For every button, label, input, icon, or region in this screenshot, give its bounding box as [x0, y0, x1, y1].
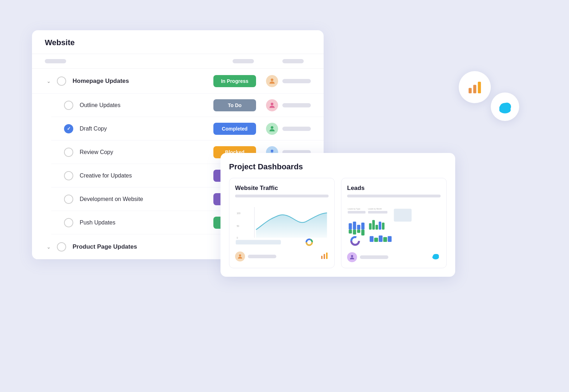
task-checkbox[interactable] — [64, 148, 73, 157]
svg-point-1 — [271, 102, 273, 105]
leads-chart: Leads by Type Leads by Month — [347, 202, 441, 248]
task-name-outline: Outline Updates — [80, 102, 213, 108]
task-name-review: Review Copy — [80, 149, 213, 155]
svg-text:100: 100 — [237, 212, 241, 214]
svg-text:Leads by Month: Leads by Month — [368, 208, 382, 210]
svg-rect-40 — [374, 238, 378, 242]
table-row[interactable]: ⌄ Homepage Updates In Progress — [32, 69, 324, 94]
task-checkbox[interactable] — [57, 76, 66, 86]
avatar — [266, 99, 278, 111]
svg-rect-26 — [353, 222, 356, 230]
dash-footer-bar — [248, 255, 276, 258]
svg-rect-49 — [469, 88, 472, 93]
svg-point-15 — [239, 254, 241, 256]
status-badge-completed[interactable]: Completed — [213, 123, 256, 135]
task-name-push: Push Updates — [80, 219, 213, 226]
dash-card-traffic: Website Traffic — [229, 178, 335, 268]
col-header-1 — [45, 59, 66, 63]
dash-footer-leads — [347, 251, 441, 263]
floating-chart-icon — [459, 71, 491, 103]
dash-footer-traffic — [235, 251, 329, 261]
svg-point-48 — [433, 254, 438, 257]
svg-point-3 — [271, 149, 273, 152]
status-badge-todo[interactable]: To Do — [213, 99, 256, 111]
table-row[interactable]: Draft Copy Completed — [51, 117, 324, 141]
avatar — [347, 252, 357, 262]
svg-rect-39 — [369, 236, 373, 242]
task-name-homepage: Homepage Updates — [73, 78, 213, 85]
task-checkbox[interactable] — [57, 242, 66, 251]
task-name-development: Development on Website — [80, 196, 213, 202]
svg-rect-50 — [473, 85, 477, 94]
dashboard-cards: Website Traffic — [229, 178, 447, 268]
svg-rect-41 — [379, 235, 383, 242]
svg-rect-43 — [388, 236, 392, 242]
task-checkbox[interactable] — [64, 101, 73, 110]
svg-rect-25 — [349, 230, 352, 234]
dash-card-leads: Leads Leads by Type Leads by Month — [341, 178, 447, 268]
task-panel-title: Website — [45, 38, 75, 47]
task-name-draft: Draft Copy — [80, 126, 213, 132]
svg-rect-36 — [382, 223, 384, 230]
svg-point-44 — [351, 255, 353, 257]
svg-rect-27 — [353, 230, 356, 235]
svg-rect-22 — [368, 211, 387, 213]
dashboard-title: Project Dashboards — [229, 162, 447, 171]
task-checkbox[interactable] — [64, 195, 73, 204]
svg-rect-35 — [379, 222, 381, 230]
dash-footer-avatar-area — [235, 251, 276, 261]
svg-rect-24 — [349, 223, 352, 229]
svg-point-2 — [271, 126, 273, 128]
svg-rect-42 — [383, 237, 387, 242]
svg-rect-31 — [361, 230, 365, 235]
svg-text:0: 0 — [237, 237, 238, 239]
chart-icon — [320, 251, 329, 261]
chevron-down-icon[interactable]: ⌄ — [45, 77, 53, 85]
dash-card-bar2 — [347, 195, 441, 197]
row-bar — [282, 79, 311, 83]
chevron-down-icon[interactable]: ⌄ — [45, 243, 53, 251]
dash-card-title-traffic: Website Traffic — [235, 185, 329, 192]
svg-rect-30 — [361, 223, 365, 230]
cloud-icon — [431, 251, 441, 263]
traffic-chart: 100 50 0 — [235, 202, 329, 248]
svg-point-55 — [500, 103, 510, 109]
column-headers — [32, 54, 324, 69]
svg-rect-28 — [357, 225, 360, 230]
dashboard-panel: Project Dashboards Website Traffic — [220, 153, 455, 277]
table-row[interactable]: Outline Updates To Do — [51, 94, 324, 117]
svg-rect-17 — [324, 254, 325, 259]
svg-rect-34 — [376, 225, 378, 230]
dash-card-bar — [235, 195, 329, 197]
task-name-creative: Creative for Updates — [80, 173, 213, 179]
avatar — [266, 123, 278, 135]
dash-footer-avatar-area2 — [347, 252, 388, 262]
svg-text:50: 50 — [237, 225, 240, 227]
avatar — [266, 75, 278, 87]
task-checkbox[interactable] — [64, 171, 73, 180]
svg-rect-32 — [369, 223, 372, 229]
svg-rect-18 — [326, 253, 328, 259]
dash-card-title-leads: Leads — [347, 185, 441, 192]
svg-rect-29 — [357, 230, 360, 233]
row-bar — [282, 103, 311, 107]
svg-rect-16 — [321, 256, 323, 259]
avatar — [235, 251, 245, 261]
task-checkbox-checked[interactable] — [64, 124, 73, 133]
dash-footer-bar2 — [360, 255, 388, 259]
row-bar — [282, 127, 311, 131]
floating-cloud-icon — [491, 92, 519, 121]
col-header-2 — [233, 59, 254, 63]
task-checkbox[interactable] — [64, 218, 73, 227]
svg-rect-11 — [236, 240, 281, 245]
svg-rect-51 — [478, 82, 481, 94]
task-panel-header: Website — [32, 30, 324, 54]
col-header-3 — [282, 59, 304, 63]
svg-rect-33 — [372, 220, 375, 229]
status-badge-inprogress[interactable]: In Progress — [213, 75, 256, 87]
svg-rect-23 — [394, 209, 412, 222]
svg-rect-20 — [348, 211, 366, 213]
svg-point-0 — [271, 78, 273, 81]
svg-text:Leads by Type: Leads by Type — [348, 208, 360, 210]
